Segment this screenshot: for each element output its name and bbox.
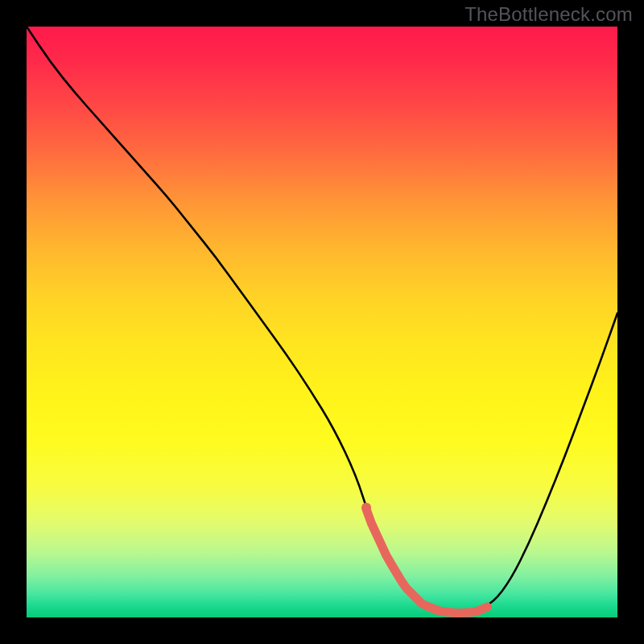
valley-highlight <box>366 510 487 613</box>
watermark-text: TheBottleneck.com <box>464 3 633 26</box>
valley-marker-dot <box>361 503 371 513</box>
bottleneck-curve <box>27 27 617 611</box>
plot-area <box>27 27 617 617</box>
chart-frame: TheBottleneck.com <box>0 0 644 644</box>
curve-layer <box>27 27 617 617</box>
